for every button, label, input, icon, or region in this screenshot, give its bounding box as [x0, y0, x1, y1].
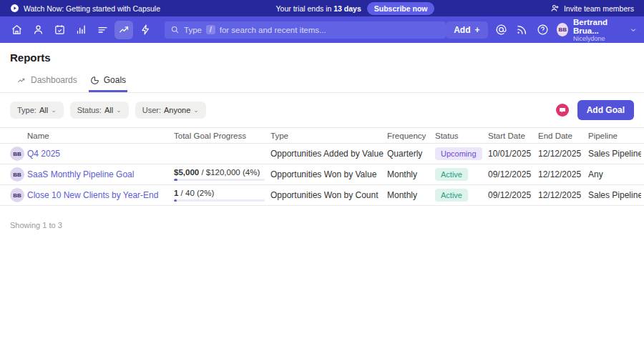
page-title: Reports [0, 43, 644, 64]
invite-team-label: Invite team members [564, 4, 634, 13]
end-date: 12/12/2025 [538, 169, 588, 179]
status-badge: Active [435, 168, 468, 181]
pie-chart-icon [90, 76, 99, 85]
start-date: 10/01/2025 [488, 149, 538, 159]
status-badge: Active [435, 189, 468, 202]
start-date: 09/12/2025 [488, 190, 538, 200]
progress-bar [174, 179, 265, 181]
tasks-icon[interactable] [93, 21, 112, 39]
goal-frequency: Monthly [387, 169, 435, 179]
search-placeholder: for search and recent items... [220, 26, 326, 34]
user-name: Bertrand Brua... [573, 18, 625, 35]
goal-type: Opportunities Added by Value [270, 149, 387, 159]
goal-name-link[interactable]: SaaS Monthly Pipeline Goal [27, 169, 134, 179]
pipeline: Sales Pipeline [588, 149, 641, 159]
filter-status[interactable]: Status:All⌄ [70, 102, 129, 119]
tab-dashboards[interactable]: Dashboards [16, 71, 79, 92]
table-row: BB Close 10 New Clients by Year-End 1 / … [0, 185, 644, 206]
person-plus-icon [550, 4, 560, 13]
play-circle-icon [10, 4, 19, 13]
progress-bar-fill [174, 179, 177, 181]
invite-team-link[interactable]: Invite team members [550, 4, 634, 13]
goal-frequency: Monthly [387, 190, 435, 200]
pipeline: Any [588, 169, 641, 179]
reports-icon[interactable] [114, 21, 133, 39]
avatar: BB [10, 147, 24, 161]
pipeline: Sales Pipeline [588, 190, 641, 200]
main-navbar: Type / for search and recent items... Ad… [0, 16, 644, 43]
avatar: BB [10, 188, 24, 202]
filter-bar: Type:All⌄ Status:All⌄ User:Anyone⌄ Add G… [0, 93, 644, 127]
start-date: 09/12/2025 [488, 169, 538, 179]
table-row: BB Q4 2025 Opportunities Added by Value … [0, 144, 644, 164]
search-input[interactable]: Type / for search and recent items... [165, 21, 446, 39]
watch-now-label: Watch Now: Getting started with Capsule [24, 4, 160, 13]
progress-bar-fill [174, 199, 177, 202]
avatar: BB [10, 167, 24, 182]
table-row: BB SaaS Monthly Pipeline Goal $5,000 / $… [0, 164, 644, 185]
progress-cell: $5,000 / $120,000 (4%) [174, 168, 270, 181]
search-type-label: Type [184, 26, 202, 34]
filter-user[interactable]: User:Anyone⌄ [135, 102, 206, 119]
add-goal-button[interactable]: Add Goal [577, 100, 634, 120]
avatar: BB [557, 23, 568, 36]
broadcast-icon[interactable] [515, 22, 529, 38]
end-date: 12/12/2025 [538, 149, 588, 159]
tab-goals[interactable]: Goals [89, 71, 127, 92]
trial-banner: Watch Now: Getting started with Capsule … [0, 0, 644, 16]
help-icon[interactable] [536, 22, 550, 38]
user-org: Nicelydone [573, 35, 625, 42]
statistics-icon[interactable] [72, 21, 90, 39]
people-icon[interactable] [29, 21, 47, 39]
goal-name-link[interactable]: Q4 2025 [27, 149, 60, 159]
filter-type[interactable]: Type:All⌄ [10, 102, 64, 119]
trial-countdown: Your trial ends in 13 days [276, 4, 361, 13]
goal-type: Opportunities Won by Value [270, 169, 387, 179]
at-mention-icon[interactable] [495, 22, 509, 38]
user-menu[interactable]: BB Bertrand Brua... Nicelydone [557, 18, 637, 42]
report-tabs: Dashboards Goals [0, 71, 644, 93]
goal-frequency: Quarterly [387, 149, 435, 159]
slash-key-badge: / [206, 25, 215, 34]
goal-name-link[interactable]: Close 10 New Clients by Year-End [27, 190, 158, 200]
end-date: 12/12/2025 [538, 190, 588, 200]
progress-bar [174, 199, 265, 202]
goals-table-header: Name Total Goal Progress Type Frequency … [0, 127, 644, 144]
chevron-down-icon [630, 26, 637, 34]
subscribe-now-button[interactable]: Subscribe now [367, 2, 435, 15]
add-button[interactable]: Add+ [446, 21, 487, 39]
chat-bubble-icon[interactable] [556, 104, 569, 117]
status-badge: Upcoming [435, 147, 482, 160]
goals-table-body: BB Q4 2025 Opportunities Added by Value … [0, 144, 644, 206]
calendar-icon[interactable] [50, 21, 69, 39]
quick-add-icon[interactable] [136, 21, 155, 39]
progress-cell: 1 / 40 (2%) [174, 189, 270, 202]
home-icon[interactable] [7, 21, 26, 39]
trend-icon [17, 76, 26, 85]
search-icon [170, 25, 180, 34]
watch-now-link[interactable]: Watch Now: Getting started with Capsule [10, 4, 160, 13]
goal-type: Opportunities Won by Count [270, 190, 387, 200]
showing-count: Showing 1 to 3 [0, 206, 644, 244]
